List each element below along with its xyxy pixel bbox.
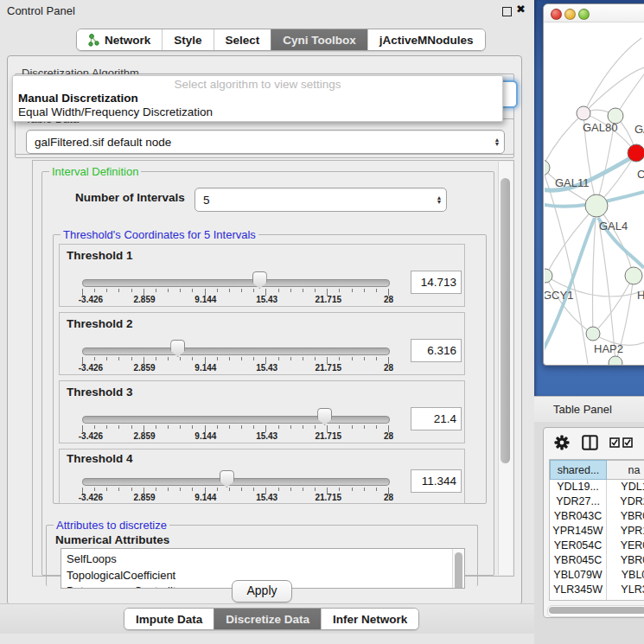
network-view-window: GAL80GACGAL11GAL4GCY1HHAP2 [543,3,644,366]
float-window-icon[interactable] [502,7,512,16]
network-node[interactable] [609,356,622,365]
slider-track[interactable] [82,279,390,287]
tab-label: Style [174,34,201,47]
number-of-intervals-combobox[interactable]: 5 ▲▼ [194,188,447,212]
split-panel-icon[interactable] [582,435,598,450]
attributes-scrollbar-thumb[interactable] [455,552,462,589]
tab-label: Select [226,34,260,47]
table-panel-title: Table Panel [553,403,612,416]
table-row[interactable]: YBR043CYBR0 [550,509,644,524]
tab-impute-data[interactable]: Impute Data [124,609,214,629]
numerical-attributes-label: Numerical Attributes [55,533,169,546]
network-edge [545,206,596,276]
table-cell: YIL0 [607,597,644,601]
combo-arrows-icon: ▲▼ [432,195,446,204]
threshold-2-panel: Threshold 2-3.4262.8599.14415.4321.71528… [59,312,465,375]
close-icon[interactable]: ✖ [516,3,526,16]
table-cell: YER054C [550,539,607,553]
table-cell: YLR345W [550,583,607,597]
table-row[interactable]: YLR345WYLR3 [550,583,644,597]
node-table[interactable]: shared...na YDL19...YDL1YDR27...YDR2YBR0… [549,459,644,601]
network-canvas[interactable]: GAL80GACGAL11GAL4GCY1HHAP2 [545,22,644,365]
attributes-scrollbar[interactable] [452,549,464,588]
panel-scrollbar-thumb[interactable] [501,178,510,463]
checkbox-checked-icon[interactable] [609,437,634,448]
table-data-combobox[interactable]: galFiltered.sif default node ▲▼ [26,130,505,154]
threshold-1-panel: Threshold 1-3.4262.8599.14415.4321.71528… [59,244,465,307]
network-node-h[interactable] [625,267,642,284]
tab-cyni-toolbox[interactable]: Cyni Toolbox [271,29,367,50]
algorithm-dropdown-placeholder: Select algorithm to view settings [13,78,502,91]
table-data-group: Table Data galFiltered.sif default node … [15,118,514,158]
gear-icon[interactable] [554,435,570,450]
tab-discretize-data[interactable]: Discretize Data [214,609,321,629]
interval-definition-group: Interval Definition Number of Intervals … [41,171,494,576]
table-hscrollbar-thumb[interactable] [549,607,644,614]
threshold-label: Threshold 1 [67,249,133,262]
slider-track[interactable] [82,416,390,424]
table-cell: YBL0 [607,568,644,583]
dropdown-option-2[interactable]: Equal Width/Frequency Discretization [18,105,213,118]
network-node-label: GAL11 [555,176,590,189]
slider-track[interactable] [82,348,390,355]
tab-infer-network[interactable]: Infer Network [321,609,418,629]
threshold-value-field[interactable]: 6.316 [411,339,462,362]
tab-style[interactable]: Style [162,29,213,50]
number-of-intervals-value: 5 [195,194,432,207]
network-desktop-background: GAL80GACGAL11GAL4GCY1HHAP2 [534,0,644,396]
network-window-titlebar [544,4,644,22]
mac-close-button[interactable] [551,9,562,20]
table-cell: YBR0 [607,553,644,568]
mac-minimize-button[interactable] [564,9,576,20]
bottom-tabbar: Impute DataDiscretize DataInfer Network [124,608,419,630]
network-node-hap2[interactable] [586,327,600,341]
threshold-3-panel: Threshold 3-3.4262.8599.14415.4321.71528… [59,380,465,443]
network-node-label: H [637,289,644,302]
table-row[interactable]: YDR27...YDR2 [550,494,644,509]
network-node-c[interactable] [628,144,644,162]
network-icon [88,34,99,47]
tab-network[interactable]: Network [77,29,162,50]
tab-jactivemnodules[interactable]: jActiveMNodules [367,29,485,50]
control-panel-title: Control Panel [7,4,75,17]
table-cell: YLR3 [607,583,644,597]
number-of-intervals-label: Number of Intervals [75,191,185,204]
slider-scale-labels: -3.4262.8599.14415.4321.71528 [82,295,388,305]
threshold-value-field[interactable]: 21.4 [411,407,462,430]
table-cell: YBR045C [550,553,607,568]
column-header-1[interactable]: shared... [550,460,607,480]
table-row[interactable]: YBR045CYBR0 [550,553,644,568]
network-edge [545,113,583,168]
network-node-ga[interactable] [608,108,623,124]
mac-zoom-button[interactable] [578,9,590,20]
attribute-list-item[interactable]: SelfLoops [61,549,464,568]
panel-scrollbar[interactable] [498,162,513,575]
network-node-gal4[interactable] [585,194,608,217]
table-cell: YDR2 [607,494,644,509]
network-node-gal11[interactable] [545,160,550,175]
slider-track[interactable] [82,478,390,486]
table-row[interactable]: YPR145WYPR1 [550,524,644,539]
slider-scale-labels: -3.4262.8599.14415.4321.71528 [82,363,388,373]
network-edge [583,67,644,113]
table-cell: YDR27... [550,494,607,509]
tab-label: Network [105,34,150,47]
tab-select[interactable]: Select [214,29,271,50]
network-node-gcy1[interactable] [545,269,552,283]
table-row[interactable]: YDL19...YDL1 [550,480,644,494]
network-node-label: GA [634,123,644,136]
table-row[interactable]: YBL079WYBL0 [550,568,644,583]
threshold-value-field[interactable]: 11.344 [411,469,462,493]
table-row[interactable]: YIL052CYIL0 [550,597,644,601]
dropdown-option-1[interactable]: Manual Discretization [18,92,138,105]
table-horizontal-scrollbar[interactable] [547,605,644,617]
table-row[interactable]: YER054CYER0 [550,539,644,553]
threshold-value-field[interactable]: 14.713 [411,271,462,294]
network-edge [593,276,634,334]
column-header-2[interactable]: na [607,460,644,480]
table-toolbar [544,428,644,457]
network-node-gal80[interactable] [577,106,590,120]
apply-button[interactable]: Apply [232,580,292,603]
threshold-label: Threshold 2 [67,317,133,330]
application-window: Control Panel ✖ NetworkStyleSelectCyni T… [0,0,644,644]
